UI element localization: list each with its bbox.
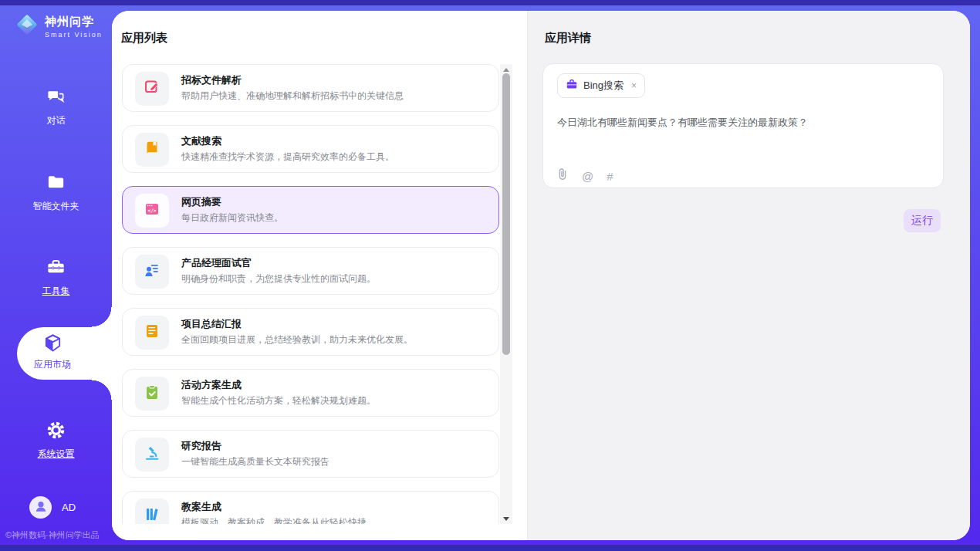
app-icon-tile (135, 438, 169, 472)
main-panel: 应用列表 招标文件解析 帮助用户快速、准确地理解和解析招标书中的关键信息 (112, 11, 970, 540)
prompt-input[interactable]: 今日湖北有哪些新闻要点？有哪些需要关注的最新政策？ (557, 115, 929, 130)
app-title: 产品经理面试官 (181, 256, 252, 270)
app-title: 项目总结汇报 (181, 317, 242, 331)
app-icon-tile (135, 133, 169, 167)
app-description: 全面回顾项目进展，总结经验教训，助力未来优化发展。 (181, 333, 413, 346)
toolbox-icon (46, 267, 66, 280)
sidebar-item-label: 应用市场 (17, 358, 88, 371)
document-edit-icon (144, 79, 161, 99)
app-card-pm-interviewer[interactable]: 产品经理面试官 明确身份和职责，为您提供专业性的面试问题。 (122, 247, 499, 295)
app-detail-pane: 应用详情 Bing搜索 × 今日湖北有哪些新闻要点？有哪些需要关注的最新政策？ (527, 11, 970, 540)
run-button[interactable]: 运行 (904, 209, 941, 232)
brand-logo: 神州问学 Smart Vision (15, 13, 103, 39)
app-title: 网页摘要 (181, 195, 221, 209)
sidebar-item-label: 智能文件夹 (0, 200, 112, 213)
scrollbar-thumb[interactable] (502, 73, 510, 355)
app-detail-title: 应用详情 (545, 31, 591, 46)
app-card-literature-search[interactable]: 文献搜索 快速精准查找学术资源，提高研究效率的必备工具。 (122, 125, 499, 173)
app-icon-tile (135, 255, 169, 289)
web-code-icon: </> (144, 201, 161, 221)
sidebar-item-label: 工具集 (0, 285, 112, 298)
app-icon-tile (135, 72, 169, 106)
app-title: 教案生成 (181, 500, 221, 514)
tool-tag-label: Bing搜索 (583, 79, 623, 93)
copyright: ©神州数码·神州问学出品 (5, 529, 100, 541)
interviewer-icon (144, 262, 161, 282)
app-title: 活动方案生成 (181, 378, 242, 392)
folder-icon (46, 182, 66, 195)
avatar (29, 496, 52, 519)
app-description: 模板驱动，教案秒成，教学准备从此轻松快捷 (181, 516, 367, 524)
gear-icon (46, 430, 66, 443)
tool-tag-bing-search[interactable]: Bing搜索 × (557, 73, 645, 98)
scroll-down-icon (503, 517, 509, 521)
app-list-title: 应用列表 (121, 31, 167, 46)
app-description: 帮助用户快速、准确地理解和解析招标书中的关键信息 (181, 90, 404, 103)
app-card-project-summary[interactable]: 项目总结汇报 全面回顾项目进展，总结经验教训，助力未来优化发展。 (122, 308, 499, 356)
app-card-lesson-plan[interactable]: 教案生成 模板驱动，教案秒成，教学准备从此轻松快捷 (122, 491, 499, 524)
sidebar-item-settings[interactable]: 系统设置 (0, 420, 112, 461)
app-card-research-report[interactable]: 研究报告 一键智能生成高质量长文本研究报告 (122, 430, 499, 478)
brand-subtitle: Smart Vision (45, 31, 103, 39)
app-list-scrollbar[interactable] (500, 64, 512, 524)
app-description: 明确身份和职责，为您提供专业性的面试问题。 (181, 272, 376, 286)
svg-text:</>: </> (147, 208, 156, 213)
app-title: 招标文件解析 (181, 73, 242, 87)
briefcase-icon (566, 78, 578, 93)
user-account[interactable]: AD (29, 496, 76, 519)
app-icon-tile: </> (135, 194, 169, 228)
attachment-toolbar: @ # (556, 167, 613, 184)
app-icon-tile (135, 499, 169, 524)
diamond-logo-icon (15, 13, 39, 39)
books-icon (144, 505, 161, 524)
paperclip-icon[interactable] (556, 167, 569, 184)
user-name: AD (62, 502, 76, 513)
app-list: 招标文件解析 帮助用户快速、准确地理解和解析招标书中的关键信息 文献搜索 快速 (112, 64, 500, 524)
sidebar-item-app-market[interactable]: 应用市场 (17, 327, 112, 380)
app-title: 研究报告 (181, 439, 221, 453)
app-card-web-summary[interactable]: </> 网页摘要 每日政府新闻资讯快查。 (122, 186, 499, 234)
sidebar-item-label: 对话 (0, 114, 112, 127)
microscope-icon (144, 445, 161, 465)
chat-icon (46, 96, 66, 110)
book-icon (144, 140, 161, 160)
mention-icon[interactable]: @ (582, 170, 593, 183)
sidebar-item-chat[interactable]: 对话 (0, 86, 112, 127)
sidebar-item-label: 系统设置 (0, 448, 112, 461)
app-list-pane: 应用列表 招标文件解析 帮助用户快速、准确地理解和解析招标书中的关键信息 (112, 11, 527, 540)
prompt-card: Bing搜索 × 今日湖北有哪些新闻要点？有哪些需要关注的最新政策？ @ # (542, 63, 944, 188)
app-description: 快速精准查找学术资源，提高研究效率的必备工具。 (181, 150, 394, 164)
app-title: 文献搜索 (181, 134, 221, 148)
scroll-up-icon (503, 68, 509, 72)
user-avatar-icon (32, 498, 49, 518)
clipboard-check-icon (144, 384, 161, 404)
report-note-icon (144, 323, 161, 343)
app-icon-tile (135, 377, 169, 411)
app-description: 每日政府新闻资讯快查。 (181, 211, 283, 225)
sidebar-item-toolset[interactable]: 工具集 (0, 257, 112, 298)
app-icon-tile (135, 316, 169, 350)
app-description: 智能生成个性化活动方案，轻松解决规划难题。 (181, 394, 376, 407)
brand-name: 神州问学 (45, 15, 94, 28)
sidebar: 神州问学 Smart Vision 对话 智能文件夹 (0, 5, 112, 545)
scroll-down-button[interactable] (500, 513, 512, 524)
app-description: 一键智能生成高质量长文本研究报告 (181, 455, 329, 468)
app-card-bid-analysis[interactable]: 招标文件解析 帮助用户快速、准确地理解和解析招标书中的关键信息 (122, 64, 499, 112)
cube-icon (42, 343, 63, 356)
app-card-event-plan[interactable]: 活动方案生成 智能生成个性化活动方案，轻松解决规划难题。 (122, 369, 499, 417)
close-icon[interactable]: × (631, 80, 637, 91)
hash-icon[interactable]: # (607, 170, 613, 183)
sidebar-item-smart-folder[interactable]: 智能文件夹 (0, 172, 112, 213)
